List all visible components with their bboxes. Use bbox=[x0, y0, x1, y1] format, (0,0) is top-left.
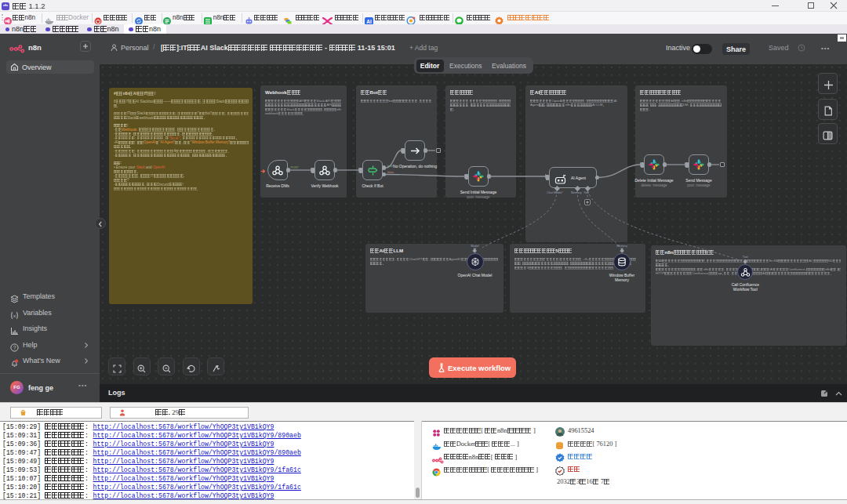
svg-text:?: ? bbox=[13, 345, 16, 350]
svg-text:x: x bbox=[13, 313, 16, 317]
svg-text:AI: AI bbox=[366, 19, 372, 24]
